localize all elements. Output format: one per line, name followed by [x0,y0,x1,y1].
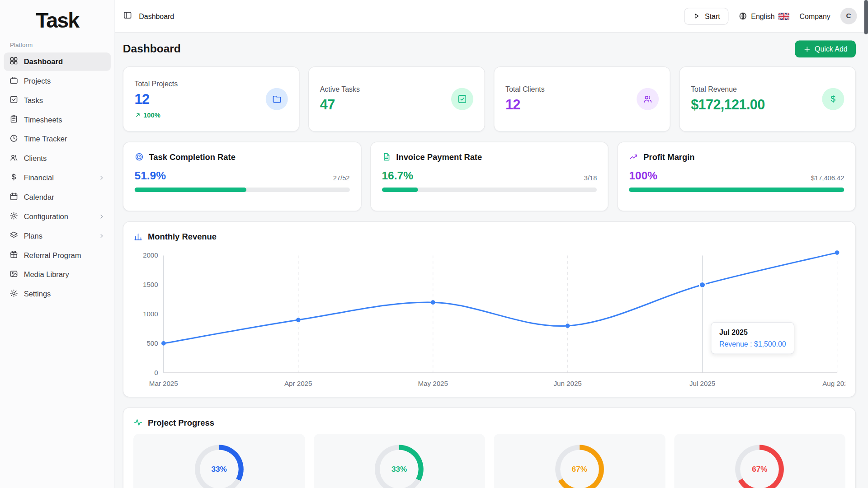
sidebar-item-label: Financial [24,174,54,182]
trend-up-icon [135,112,142,118]
activity-icon [133,418,143,427]
svg-text:500: 500 [146,339,158,347]
svg-text:1000: 1000 [143,310,158,318]
svg-text:May 2025: May 2025 [418,380,448,387]
gear-icon [9,211,19,222]
progress-bar-fill [135,188,246,192]
dollar-icon [9,173,19,183]
calendar-icon [9,192,19,202]
layers-icon [9,231,19,241]
stat-trend-value: 100% [143,111,160,119]
progress-detail: 27/52 [333,174,350,182]
breadcrumb[interactable]: Dashboard [139,12,174,20]
sidebar-nav: Dashboard Projects Tasks Timesheets Time… [0,52,114,303]
monthly-revenue-chart: 0500100015002000Mar 2025Apr 2025May 2025… [133,248,845,390]
chevron-right-icon [98,174,105,182]
svg-text:Jun 2025: Jun 2025 [554,380,582,387]
progress-bar [382,188,597,192]
progress-detail: $17,406.42 [811,174,844,182]
language-selector[interactable]: English [738,12,789,21]
progress-detail: 3/18 [584,174,597,182]
dashboard-grid-icon [9,56,19,67]
sidebar-item-label: Configuration [24,212,68,221]
folder-icon [266,88,288,110]
sidebar-item-dashboard[interactable]: Dashboard [4,52,111,70]
stat-label: Total Clients [505,85,545,94]
progress-row: Task Completion Rate 51.9% 27/52 Invoice… [123,141,856,211]
sidebar-item-clients[interactable]: Clients [4,150,111,168]
stat-card-total-revenue: Total Revenue $172,121.00 [679,66,856,131]
sidebar-item-tasks[interactable]: Tasks [4,91,111,109]
donut-value: 67% [752,465,767,474]
sidebar-item-label: Settings [24,290,51,298]
gear-icon [9,289,19,299]
card-title: Profit Margin [643,152,694,162]
trending-up-icon [629,152,638,162]
sidebar-item-label: Tasks [24,96,43,104]
chevron-right-icon [98,213,105,220]
users-icon [637,88,659,110]
sidebar-item-label: Plans [24,232,42,240]
svg-text:Apr 2025: Apr 2025 [284,380,312,387]
sidebar-item-plans[interactable]: Plans [4,227,111,245]
scrollbar-thumb[interactable] [864,0,868,34]
check-square-icon [451,88,473,110]
sidebar-item-time-tracker[interactable]: Time Tracker [4,130,111,148]
progress-bar [135,188,350,192]
progress-value: 16.7% [382,169,413,182]
sidebar: Task Platform Dashboard Projects Tasks T… [0,0,115,488]
uk-flag-icon [778,13,789,20]
plus-icon [803,45,811,53]
sidebar-item-label: Clients [24,155,47,163]
quick-add-button[interactable]: Quick Add [795,40,856,57]
user-avatar[interactable]: C [840,8,857,24]
progress-bar-fill [629,188,844,192]
stat-value: 12 [135,91,178,107]
project-progress-item: 33% [314,434,485,488]
stat-value: 47 [320,97,360,113]
sidebar-item-label: Time Tracker [24,135,67,143]
sidebar-item-media-library[interactable]: Media Library [4,266,111,284]
project-progress-item: 67% [494,434,665,488]
clock-icon [9,134,19,144]
sidebar-item-configuration[interactable]: Configuration [4,207,111,225]
sidebar-item-projects[interactable]: Projects [4,72,111,90]
sidebar-item-label: Timesheets [24,116,62,124]
stat-label: Total Projects [135,80,178,88]
page-title: Dashboard [123,42,181,55]
tooltip-title: Jul 2025 [719,328,786,336]
sidebar-item-calendar[interactable]: Calendar [4,188,111,206]
sidebar-toggle-button[interactable] [123,10,132,22]
sidebar-item-settings[interactable]: Settings [4,285,111,303]
sidebar-item-financial[interactable]: Financial [4,169,111,187]
start-button-label: Start [705,12,720,20]
sidebar-item-label: Calendar [24,193,54,201]
company-name[interactable]: Company [800,12,830,20]
stat-card-active-tasks: Active Tasks 47 [308,66,485,131]
card-title: Project Progress [148,418,214,427]
stat-value: 12 [505,97,545,113]
project-progress-item: 67% [674,434,845,488]
stats-row: Total Projects 12 100% Active Tasks [123,66,856,131]
stat-card-total-clients: Total Clients 12 [494,66,670,131]
donut-value: 33% [211,465,226,474]
svg-text:1500: 1500 [143,281,158,288]
sidebar-section-label: Platform [0,42,114,48]
progress-bar-fill [382,188,417,192]
tooltip-value: Revenue : $1,500.00 [719,340,786,348]
briefcase-icon [9,76,19,86]
sidebar-item-referral-program[interactable]: Referral Program [4,246,111,264]
sidebar-item-timesheets[interactable]: Timesheets [4,111,111,129]
svg-text:Aug 2025: Aug 2025 [822,380,845,387]
main-column: Dashboard Start English Company C Dashbo… [115,0,868,488]
svg-text:0: 0 [154,369,158,376]
target-icon [135,152,144,162]
file-text-icon [382,152,391,162]
card-title: Monthly Revenue [148,232,217,241]
svg-text:Mar 2025: Mar 2025 [149,380,178,387]
sidebar-item-label: Dashboard [24,57,63,66]
start-button[interactable]: Start [684,8,728,25]
chart-tooltip: Jul 2025 Revenue : $1,500.00 [711,322,795,354]
dashboard-content: Dashboard Quick Add Total Projects 12 10… [115,33,868,488]
dollar-icon [822,88,844,110]
